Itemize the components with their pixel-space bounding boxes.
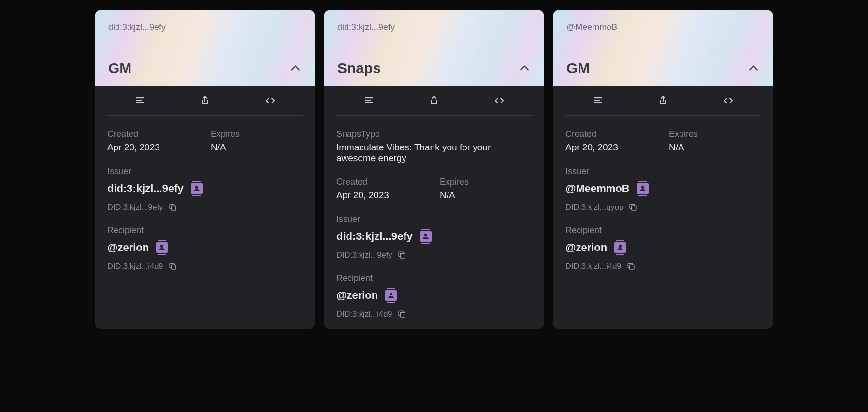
contact-icon[interactable] (419, 227, 433, 246)
code-icon[interactable] (264, 95, 276, 106)
header-id: @MeemmoB (566, 22, 760, 32)
contact-icon[interactable] (384, 286, 398, 305)
card-body: SnapsType Immaculate Vibes: Thank you fo… (324, 116, 544, 329)
svg-rect-15 (365, 102, 373, 103)
card-body: Created Apr 20, 2023 Expires N/A Issuer … (95, 116, 315, 329)
meta-row: Created Apr 20, 2023 Expires N/A (107, 129, 303, 153)
field-label: Recipient (107, 225, 303, 235)
svg-rect-1 (136, 100, 142, 101)
did-row: DID:3:kjzl...i4d9 (107, 262, 303, 271)
card-header[interactable]: did:3:kjzl...9efy GM (95, 10, 315, 86)
svg-rect-26 (594, 97, 602, 98)
field-value: N/A (440, 190, 532, 201)
field-value: Apr 20, 2023 (565, 142, 657, 153)
card-header[interactable]: @MeemmoB GM (553, 10, 773, 86)
did-text: DID:3:kjzl...i4d9 (565, 262, 622, 271)
field-snapstype: SnapsType Immaculate Vibes: Thank you fo… (336, 129, 532, 163)
card-tabs (107, 86, 303, 116)
did-row: DID:3:kjzl...9efy (107, 203, 303, 212)
identity-name-row: @MeemmoB (565, 179, 761, 198)
copy-icon[interactable] (397, 250, 406, 260)
svg-rect-28 (594, 102, 602, 103)
field-value: N/A (669, 142, 761, 153)
svg-point-36 (619, 245, 622, 248)
identity-name: @MeemmoB (565, 182, 630, 195)
details-icon[interactable] (363, 95, 375, 106)
contact-icon[interactable] (155, 238, 169, 257)
chevron-up-icon[interactable] (518, 62, 531, 74)
card-tabs (565, 86, 761, 116)
svg-rect-0 (136, 97, 144, 98)
chevron-up-icon[interactable] (289, 62, 302, 74)
credential-card: @MeemmoB GM Created Apr 20, 2023 Expires… (553, 10, 773, 329)
svg-rect-24 (387, 302, 395, 303)
svg-rect-37 (616, 254, 624, 255)
field-value: Apr 20, 2023 (336, 190, 428, 201)
meta-row: Created Apr 20, 2023 Expires N/A (565, 129, 761, 153)
svg-rect-19 (421, 243, 430, 244)
field-label: Created (565, 129, 657, 139)
identity-name: @zerion (107, 241, 149, 254)
field-value: Immaculate Vibes: Thank you for your awe… (336, 142, 532, 163)
field-expires: Expires N/A (440, 177, 532, 201)
copy-icon[interactable] (168, 203, 177, 212)
field-label: Issuer (565, 166, 761, 177)
card-header[interactable]: did:3:kjzl...9efy Snaps (324, 10, 544, 86)
identity-name-row: did:3:kjzl...9efy (107, 179, 303, 198)
identity-name-row: @zerion (336, 286, 532, 305)
svg-point-18 (424, 234, 427, 236)
did-text: DID:3:kjzl...i4d9 (336, 309, 392, 319)
contact-icon[interactable] (613, 238, 627, 257)
svg-rect-12 (171, 265, 176, 269)
copy-icon[interactable] (626, 262, 636, 271)
identity-recipient: Recipient @zerion DID:3:kjzl...i4d9 (107, 225, 303, 271)
header-id: did:3:kjzl...9efy (337, 22, 531, 32)
svg-rect-3 (192, 181, 201, 182)
svg-rect-11 (158, 254, 166, 255)
svg-rect-38 (629, 265, 634, 269)
code-icon[interactable] (493, 95, 505, 106)
identity-issuer: Issuer @MeemmoB DID:3:kjzl...qyop (565, 166, 761, 212)
identity-name: did:3:kjzl...9efy (107, 182, 184, 195)
card-title: GM (566, 60, 590, 76)
field-expires: Expires N/A (669, 129, 761, 153)
field-created: Created Apr 20, 2023 (336, 177, 428, 201)
field-value: N/A (211, 142, 303, 153)
identity-name-row: did:3:kjzl...9efy (336, 227, 532, 246)
copy-icon[interactable] (168, 262, 177, 271)
svg-rect-13 (365, 97, 373, 98)
code-icon[interactable] (723, 95, 734, 106)
identity-name-row: @zerion (107, 238, 303, 257)
svg-rect-33 (631, 206, 636, 210)
svg-rect-27 (594, 100, 600, 101)
svg-point-23 (390, 293, 392, 295)
chevron-up-icon[interactable] (747, 62, 760, 74)
did-text: DID:3:kjzl...9efy (107, 203, 163, 212)
credential-card: did:3:kjzl...9efy GM Created Apr 20, 202… (95, 10, 315, 329)
svg-rect-2 (136, 102, 144, 103)
copy-icon[interactable] (628, 203, 637, 212)
svg-rect-32 (638, 195, 647, 196)
identity-recipient: Recipient @zerion DID:3:kjzl...i4d9 (565, 225, 761, 271)
field-label: Expires (440, 177, 532, 187)
field-label: Recipient (336, 273, 532, 283)
share-icon[interactable] (657, 95, 669, 106)
share-icon[interactable] (428, 95, 440, 106)
identity-name: @zerion (336, 289, 378, 302)
identity-issuer: Issuer did:3:kjzl...9efy DID:3:kjzl...9e… (107, 166, 303, 212)
svg-point-10 (160, 245, 163, 248)
details-icon[interactable] (134, 95, 145, 106)
share-icon[interactable] (199, 95, 211, 106)
field-label: Expires (211, 129, 303, 139)
did-text: DID:3:kjzl...qyop (565, 203, 623, 212)
identity-name: @zerion (565, 241, 607, 254)
header-id: did:3:kjzl...9efy (108, 22, 302, 32)
field-label: Recipient (565, 225, 761, 235)
did-row: DID:3:kjzl...qyop (565, 203, 761, 212)
copy-icon[interactable] (397, 309, 406, 319)
details-icon[interactable] (592, 95, 604, 106)
contact-icon[interactable] (636, 179, 650, 198)
contact-icon[interactable] (189, 179, 204, 198)
svg-rect-25 (400, 312, 405, 317)
card-body: Created Apr 20, 2023 Expires N/A Issuer … (553, 116, 773, 329)
